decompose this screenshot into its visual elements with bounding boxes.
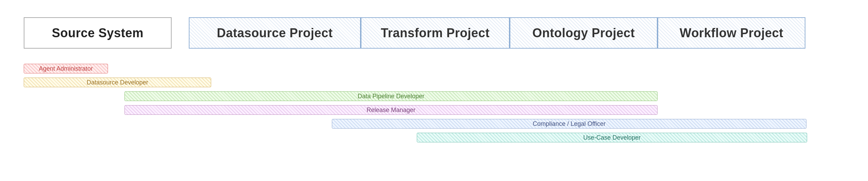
header-datasource-project: Datasource Project: [189, 17, 361, 49]
header-label-ontology-project: Ontology Project: [532, 26, 635, 40]
role-bar-datasource-developer: Datasource Developer: [24, 78, 211, 87]
role-bar-release-manager: Release Manager: [124, 105, 658, 115]
header-source-system: Source System: [24, 17, 172, 49]
role-label-datasource-developer: Datasource Developer: [87, 79, 148, 86]
role-label-release-manager: Release Manager: [367, 107, 415, 114]
role-label-compliance-legal-officer: Compliance / Legal Officer: [533, 120, 606, 128]
header-workflow-project: Workflow Project: [658, 17, 805, 49]
role-bar-compliance-legal-officer: Compliance / Legal Officer: [332, 119, 806, 129]
main-canvas: Source SystemDatasource ProjectTransform…: [0, 0, 868, 181]
header-transform-project: Transform Project: [361, 17, 510, 49]
header-ontology-project: Ontology Project: [510, 17, 658, 49]
role-bar-data-pipeline-developer: Data Pipeline Developer: [124, 91, 658, 101]
header-label-transform-project: Transform Project: [381, 26, 490, 40]
header-label-source-system: Source System: [52, 26, 144, 40]
header-label-datasource-project: Datasource Project: [217, 26, 333, 40]
role-label-use-case-developer: Use-Case Developer: [583, 134, 641, 141]
role-bar-agent-administrator: Agent Administrator: [24, 64, 108, 73]
header-label-workflow-project: Workflow Project: [680, 26, 783, 40]
role-label-agent-administrator: Agent Administrator: [39, 65, 93, 72]
role-label-data-pipeline-developer: Data Pipeline Developer: [358, 93, 424, 100]
role-bar-use-case-developer: Use-Case Developer: [417, 133, 807, 142]
